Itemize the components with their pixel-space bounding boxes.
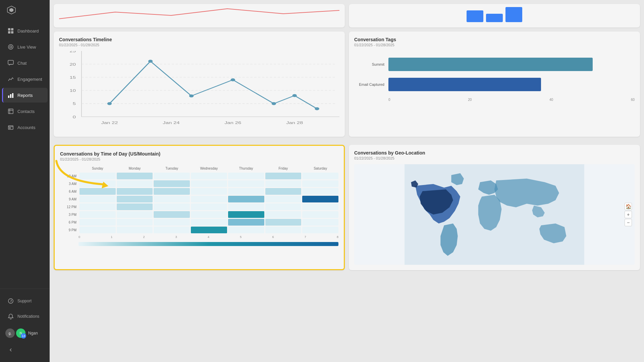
heatmap-x-0: 0	[78, 235, 80, 239]
tag-row-summit: Summit	[354, 58, 635, 71]
heatmap-label-6am: 6 AM	[60, 188, 78, 195]
heatmap-legend-bar	[78, 242, 338, 246]
dashboard-icon	[7, 27, 14, 34]
map-zoom-out-btn[interactable]: −	[625, 219, 632, 226]
svg-rect-8	[10, 94, 11, 98]
heatmap-cell	[265, 219, 302, 226]
sidebar-item-reports[interactable]: Reports	[2, 88, 48, 103]
tag-bar-summit	[388, 58, 593, 71]
map-controls: 🏠 + −	[625, 203, 632, 226]
heatmap-cell	[228, 173, 264, 179]
user-area[interactable]: g. N 14 Ngan	[0, 324, 50, 342]
heatmap-cell	[302, 173, 338, 179]
svg-point-32	[107, 102, 112, 105]
heatmap-cell	[265, 180, 302, 187]
top-card-right	[349, 4, 640, 27]
heatmap-grid: Sunday Monday Tuesday Wednesday Thursday…	[60, 165, 338, 233]
notification-badge: 14	[21, 333, 26, 339]
sidebar-item-dashboard[interactable]: Dashboard	[2, 23, 48, 38]
svg-point-38	[315, 107, 319, 110]
heatmap-cell	[154, 211, 190, 218]
heatmap-cell	[79, 180, 116, 187]
geo-title: Conversations by Geo-Location	[354, 150, 635, 156]
sidebar: Dashboard Live View Chat Engagement Repo…	[0, 0, 50, 362]
tag-bar-email	[388, 78, 541, 91]
svg-rect-7	[8, 96, 9, 98]
card-conversation-tags: Conversation Tags 01/22/2025 - 01/28/202…	[349, 32, 640, 137]
sidebar-item-engagement[interactable]: Engagement	[2, 72, 48, 86]
heatmap-label-12pm: 12 PM	[60, 203, 78, 210]
chart-row-1: Conversations Timeline 01/22/2025 - 01/2…	[50, 27, 644, 141]
heatmap-cell	[228, 227, 264, 233]
heatmap-x-5: 5	[240, 235, 241, 239]
heatmap-cell	[79, 219, 116, 226]
main-content: Conversations Timeline 01/22/2025 - 01/2…	[50, 0, 644, 362]
chart-row-2: Conversations by Time of Day (US/Mountai…	[50, 141, 644, 274]
svg-text:Jan 26: Jan 26	[224, 121, 241, 125]
heatmap-cell	[117, 173, 153, 179]
svg-text:10: 10	[70, 88, 76, 93]
heatmap-header-sat: Saturday	[302, 165, 338, 172]
sidebar-item-support[interactable]: Support	[2, 294, 48, 308]
sidebar-item-notifications-label: Notifications	[17, 314, 39, 319]
heatmap-cell	[228, 180, 264, 187]
svg-rect-0	[8, 28, 10, 31]
heatmap-label-3am: 3 AM	[60, 180, 78, 187]
svg-rect-2	[8, 31, 10, 34]
svg-rect-10	[8, 109, 13, 114]
heatmap-container: Sunday Monday Tuesday Wednesday Thursday…	[60, 165, 338, 246]
heatmap-cell	[302, 203, 338, 210]
heatmap-cell	[191, 227, 227, 233]
engagement-icon	[7, 76, 14, 82]
chat-icon	[7, 60, 14, 66]
live-view-icon	[7, 44, 14, 50]
support-icon	[7, 298, 14, 304]
svg-rect-6	[8, 60, 13, 64]
tag-bar-wrap-email	[388, 78, 635, 91]
heatmap-cell	[154, 188, 190, 195]
sidebar-item-accounts[interactable]: Accounts	[2, 120, 48, 135]
heatmap-x-2: 2	[143, 235, 145, 239]
map-zoom-in-btn[interactable]: +	[625, 211, 632, 218]
heatmap-cell	[228, 196, 264, 202]
contacts-icon	[7, 108, 14, 115]
sidebar-item-accounts-label: Accounts	[17, 125, 35, 130]
heatmap-cell	[117, 211, 153, 218]
heatmap-cell	[302, 227, 338, 233]
sidebar-item-notifications[interactable]: Notifications	[2, 309, 48, 324]
tag-axis-40: 40	[549, 98, 553, 102]
sidebar-collapse[interactable]	[2, 343, 48, 357]
heatmap-cell	[191, 188, 227, 195]
sidebar-item-reports-label: Reports	[17, 93, 33, 98]
tags-date: 01/22/2025 - 01/28/2025	[354, 43, 635, 47]
svg-point-15	[8, 299, 13, 303]
heatmap-label-6pm: 6 PM	[60, 219, 78, 226]
heatmap-cell	[302, 219, 338, 226]
svg-point-35	[231, 78, 235, 81]
heatmap-cell	[154, 196, 190, 202]
app-logo[interactable]	[0, 0, 50, 20]
heatmap-x-3: 3	[175, 235, 177, 239]
sidebar-item-chat[interactable]: Chat	[2, 56, 48, 70]
heatmap-x-axis: 0 1 2 3 4 5 6 7 8	[60, 235, 338, 239]
heatmap-cell	[228, 203, 264, 210]
svg-text:15: 15	[70, 75, 76, 79]
heatmap-cell	[117, 188, 153, 195]
sidebar-item-live-view[interactable]: Live View	[2, 40, 48, 54]
map-home-btn[interactable]: 🏠	[625, 203, 632, 210]
svg-text:25: 25	[70, 51, 76, 53]
heatmap-cell	[117, 203, 153, 210]
sidebar-item-contacts[interactable]: Contacts	[2, 104, 48, 119]
tags-chart: Summit Email Captured 0 20 40 60	[354, 51, 635, 108]
heatmap-cell	[154, 180, 190, 187]
svg-text:Jan 24: Jan 24	[163, 121, 179, 125]
heatmap-x-4: 4	[208, 235, 209, 239]
svg-rect-14	[9, 128, 10, 128]
heatmap-cell	[79, 196, 116, 202]
tag-label-email: Email Captured	[354, 82, 384, 86]
svg-rect-13	[8, 126, 13, 129]
user-name: Ngan	[28, 331, 38, 336]
timeline-date: 01/22/2025 - 01/28/2025	[59, 43, 339, 47]
heatmap-cell	[79, 227, 116, 233]
timeline-title: Conversations Timeline	[59, 37, 339, 42]
